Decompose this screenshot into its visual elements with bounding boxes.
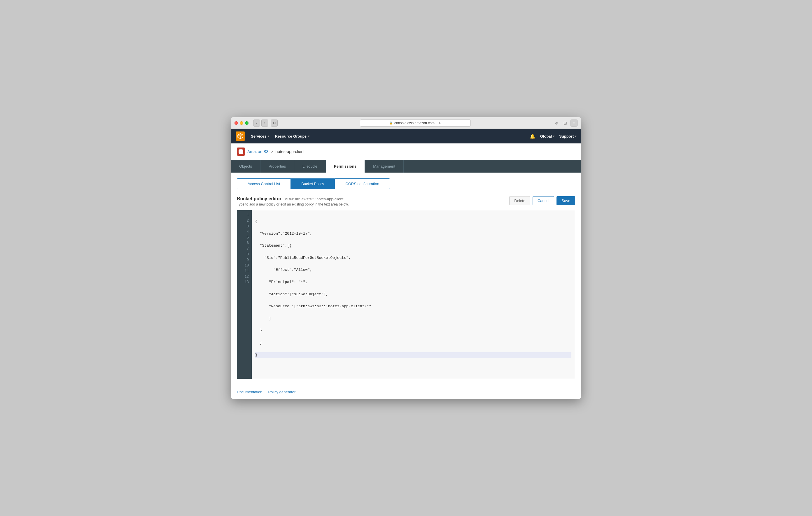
nav-right: 🔔 Global ▾ Support ▾ <box>530 133 576 139</box>
line-num-6: 6 <box>237 241 252 246</box>
line-num-11: 11 <box>237 269 252 274</box>
breadcrumb: Amazon S3 > notes-app-client <box>231 144 581 160</box>
line-num-10: 10 <box>237 263 252 269</box>
services-chevron-icon: ▾ <box>268 135 269 138</box>
policy-editor-arn: ARN: arn:aws:s3:::notes-app-client <box>285 197 344 201</box>
policy-editor-title-row: Bucket policy editor ARN: arn:aws:s3:::n… <box>237 196 349 202</box>
content-area: Access Control List Bucket Policy CORS c… <box>231 173 581 385</box>
tab-lifecycle[interactable]: Lifecycle <box>294 160 326 173</box>
sub-tabs: Access Control List Bucket Policy CORS c… <box>237 178 575 189</box>
main-tabs: Objects Properties Lifecycle Permissions… <box>231 160 581 173</box>
resource-groups-chevron-icon: ▾ <box>308 135 310 138</box>
svg-marker-1 <box>238 133 243 136</box>
new-tab-button[interactable]: + <box>571 120 578 126</box>
close-button[interactable] <box>234 121 238 125</box>
code-line-4: "Sid":"PublicReadForGetBucketObjects", <box>255 255 571 261</box>
browser-actions: ⎋ ⊡ + <box>553 120 578 126</box>
tab-management[interactable]: Management <box>365 160 404 173</box>
line-num-7: 7 <box>237 246 252 251</box>
line-num-8: 8 <box>237 252 252 257</box>
policy-editor-subtitle: Type to add a new policy or edit an exis… <box>237 202 349 206</box>
tab-objects[interactable]: Objects <box>231 160 260 173</box>
save-button[interactable]: Save <box>556 196 575 205</box>
address-bar: 🔒 console.aws.amazon.com ↻ <box>280 120 551 126</box>
line-numbers: 1 2 3 4 5 6 7 8 9 10 11 12 13 <box>237 210 252 379</box>
tab-properties[interactable]: Properties <box>260 160 294 173</box>
resource-groups-label: Resource Groups <box>275 134 307 139</box>
code-textarea[interactable]: { "Version":"2012-10-17", "Statement":[{… <box>252 210 575 379</box>
tab-overview-button[interactable]: ⊡ <box>271 120 278 126</box>
code-line-9: ] <box>255 316 571 322</box>
policy-editor-info: Bucket policy editor ARN: arn:aws:s3:::n… <box>237 196 349 206</box>
browser-titlebar: ‹ › ⊡ 🔒 console.aws.amazon.com ↻ ⎋ ⊡ + <box>231 117 581 129</box>
resource-groups-nav-item[interactable]: Resource Groups ▾ <box>275 134 310 139</box>
main-content: Amazon S3 > notes-app-client Objects Pro… <box>231 144 581 399</box>
code-line-6: "Principal": "*", <box>255 279 571 285</box>
support-dropdown[interactable]: Support ▾ <box>559 134 576 139</box>
breadcrumb-bucket-name: notes-app-client <box>276 149 305 154</box>
support-label: Support <box>559 134 574 139</box>
cancel-button[interactable]: Cancel <box>532 196 554 205</box>
code-line-8: "Resource":["arn:aws:s3:::notes-app-clie… <box>255 303 571 310</box>
line-num-2: 2 <box>237 218 252 223</box>
policy-editor-actions: Delete Cancel Save <box>509 196 575 205</box>
services-label: Services <box>251 134 267 139</box>
browser-window: ‹ › ⊡ 🔒 console.aws.amazon.com ↻ ⎋ ⊡ + <box>231 117 581 399</box>
global-label: Global <box>540 134 552 139</box>
policy-generator-link[interactable]: Policy generator <box>268 390 295 394</box>
code-line-12: } <box>255 352 571 358</box>
global-chevron-icon: ▾ <box>553 135 554 138</box>
address-text: console.aws.amazon.com <box>394 121 435 125</box>
line-num-5: 5 <box>237 235 252 241</box>
reload-icon[interactable]: ↻ <box>439 121 442 125</box>
acl-tab-button[interactable]: Access Control List <box>237 178 290 189</box>
maximize-button[interactable] <box>245 121 249 125</box>
breadcrumb-separator: > <box>271 149 273 154</box>
policy-editor-header: Bucket policy editor ARN: arn:aws:s3:::n… <box>237 196 575 206</box>
line-num-1: 1 <box>237 213 252 218</box>
minimize-button[interactable] <box>240 121 243 125</box>
documentation-link[interactable]: Documentation <box>237 390 262 394</box>
s3-service-icon <box>237 148 245 156</box>
code-line-2: "Version":"2012-10-17", <box>255 231 571 237</box>
delete-button[interactable]: Delete <box>509 196 530 205</box>
code-line-10: } <box>255 328 571 334</box>
line-num-4: 4 <box>237 230 252 235</box>
arn-label: ARN: <box>285 197 294 201</box>
code-editor[interactable]: 1 2 3 4 5 6 7 8 9 10 11 12 13 { "Version… <box>237 210 575 379</box>
address-input[interactable]: 🔒 console.aws.amazon.com ↻ <box>360 120 471 126</box>
line-num-9: 9 <box>237 257 252 263</box>
bucket-policy-tab-button[interactable]: Bucket Policy <box>290 178 335 189</box>
support-chevron-icon: ▾ <box>575 135 576 138</box>
traffic-lights <box>234 121 249 125</box>
notifications-bell-icon[interactable]: 🔔 <box>530 133 535 139</box>
line-num-13: 13 <box>237 280 252 285</box>
back-button[interactable]: ‹ <box>253 120 260 126</box>
forward-button[interactable]: › <box>261 120 268 126</box>
lock-icon: 🔒 <box>389 121 393 124</box>
global-dropdown[interactable]: Global ▾ <box>540 134 554 139</box>
code-line-1: { <box>255 219 571 225</box>
line-num-3: 3 <box>237 224 252 230</box>
cors-tab-button[interactable]: CORS configuration <box>335 178 390 189</box>
footer-links: Documentation Policy generator <box>231 385 581 399</box>
code-line-7: "Action":["s3:GetObject"], <box>255 292 571 298</box>
code-line-5: "Effect":"Allow", <box>255 267 571 273</box>
nav-buttons: ‹ › <box>253 120 268 126</box>
aws-navbar: Services ▾ Resource Groups ▾ 🔔 Global ▾ … <box>231 129 581 144</box>
tab-permissions[interactable]: Permissions <box>326 160 365 173</box>
line-num-12: 12 <box>237 274 252 280</box>
services-nav-item[interactable]: Services ▾ <box>251 134 269 139</box>
arn-value: arn:aws:s3:::notes-app-client <box>295 197 343 201</box>
share-button[interactable]: ⎋ <box>553 120 560 126</box>
code-line-11: ] <box>255 340 571 346</box>
code-line-3: "Statement":[{ <box>255 243 571 249</box>
add-bookmark-button[interactable]: ⊡ <box>562 120 569 126</box>
policy-editor-title: Bucket policy editor <box>237 196 282 201</box>
aws-logo <box>236 131 245 141</box>
s3-breadcrumb-link[interactable]: Amazon S3 <box>247 149 268 154</box>
